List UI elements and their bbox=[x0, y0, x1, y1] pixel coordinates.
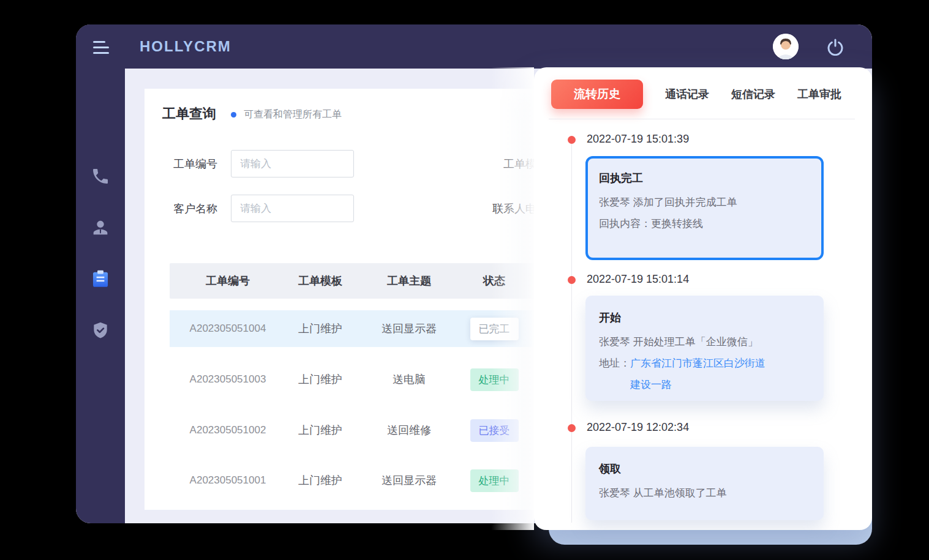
subtitle-dot-icon bbox=[231, 112, 236, 118]
tab-sms-records[interactable]: 短信记录 bbox=[731, 87, 775, 102]
address-label: 地址： bbox=[599, 357, 630, 369]
col-header-order-id: 工单编号 bbox=[206, 274, 250, 288]
tabs-divider bbox=[549, 119, 855, 119]
timeline-card-receipt-complete[interactable]: 回执完工 张爱琴 添加了回执并完成工单 回执内容：更换转接线 bbox=[585, 156, 824, 260]
user-avatar[interactable] bbox=[773, 34, 799, 59]
tab-order-approval[interactable]: 工单审批 bbox=[797, 87, 841, 102]
table-row[interactable]: A202305051004 上门维护 送回显示器 已完工 bbox=[170, 310, 537, 347]
phone-icon bbox=[91, 166, 110, 186]
timeline-dot bbox=[568, 276, 576, 284]
timeline-card-start[interactable]: 开始 张爱琴 开始处理工单「企业微信」 地址：广东省江门市蓬江区白沙街道建设一路 bbox=[585, 296, 824, 401]
customer-name-input[interactable] bbox=[231, 195, 354, 222]
address-link[interactable]: 广东省江门市蓬江区白沙街道建设一路 bbox=[630, 353, 772, 395]
timeline-card-claim[interactable]: 领取 张爱琴 从工单池领取了工单 bbox=[585, 447, 824, 520]
sidebar-item-phone[interactable] bbox=[88, 164, 113, 189]
sidebar-item-security[interactable] bbox=[88, 318, 113, 343]
screenshot-stage: HOLLYCRM bbox=[0, 0, 929, 560]
sidebar-item-work-orders[interactable] bbox=[88, 267, 113, 291]
timeline-dot bbox=[568, 424, 576, 432]
tab-call-records[interactable]: 通话记录 bbox=[665, 87, 709, 102]
timeline-line bbox=[571, 143, 572, 523]
history-panel: 流转历史 通话记录 短信记录 工单审批 2022-07-19 15:01:39 … bbox=[534, 67, 872, 530]
timeline-dot bbox=[568, 136, 576, 144]
table-header: 工单编号 工单模板 工单主题 状态 bbox=[170, 263, 537, 299]
table-row[interactable]: A202305051003 上门维护 送电脑 处理中 bbox=[170, 361, 537, 398]
clipboard-icon bbox=[90, 269, 111, 289]
col-header-subject: 工单主题 bbox=[387, 274, 431, 288]
sidebar-item-contacts[interactable] bbox=[88, 215, 113, 240]
shield-check-icon bbox=[91, 321, 110, 340]
app-logo: HOLLYCRM bbox=[140, 38, 231, 55]
panel-tabs: 流转历史 通话记录 短信记录 工单审批 bbox=[551, 80, 841, 109]
timeline-timestamp: 2022-07-19 15:01:14 bbox=[587, 273, 689, 286]
power-icon[interactable] bbox=[826, 37, 845, 56]
tab-flow-history[interactable]: 流转历史 bbox=[551, 80, 643, 109]
table-row[interactable]: A202305051001 上门维护 送回显示器 处理中 bbox=[170, 462, 537, 499]
table-row[interactable]: A202305051002 上门维护 送回维修 已接受 bbox=[170, 412, 537, 449]
page-subtitle: 可查看和管理所有工单 bbox=[244, 107, 342, 121]
col-header-template: 工单模板 bbox=[298, 274, 342, 288]
order-id-input[interactable] bbox=[231, 150, 354, 177]
menu-icon[interactable] bbox=[93, 41, 109, 54]
timeline-timestamp: 2022-07-19 12:02:34 bbox=[587, 421, 689, 434]
timeline-timestamp: 2022-07-19 15:01:39 bbox=[587, 133, 689, 146]
person-icon bbox=[90, 217, 111, 238]
field-label-customer: 客户名称 bbox=[145, 201, 217, 216]
field-label-order-id: 工单编号 bbox=[145, 157, 217, 171]
page-title: 工单查询 bbox=[162, 105, 216, 123]
